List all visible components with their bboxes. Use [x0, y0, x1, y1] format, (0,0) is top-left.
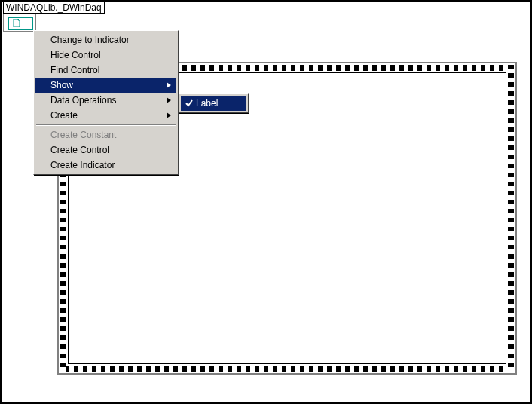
menu-item-label: Hide Control: [50, 50, 101, 60]
menu-item-label: Create Constant: [50, 130, 116, 140]
menu-item-create-control[interactable]: Create Control: [35, 142, 176, 158]
document-icon: [13, 19, 20, 27]
menu-item-change-to-indicator[interactable]: Change to Indicator: [35, 32, 176, 47]
diagram-canvas: WINDAQLib._DWinDaq Change to Indicator H…: [0, 0, 532, 404]
control-terminal[interactable]: [3, 14, 36, 32]
submenu-item-label[interactable]: Label: [181, 96, 246, 111]
menu-item-label: Find Control: [50, 65, 99, 75]
submenu-arrow-icon: [166, 78, 172, 93]
menu-item-label: Create Indicator: [50, 160, 115, 170]
menu-item-create-constant: Create Constant: [35, 127, 176, 142]
submenu-arrow-icon: [166, 108, 172, 123]
menu-item-label: Data Operations: [50, 95, 116, 106]
submenu-item-text: Label: [196, 98, 218, 109]
filmstrip-border: [508, 65, 514, 372]
menu-item-data-operations[interactable]: Data Operations: [35, 93, 176, 108]
menu-item-label: Show: [50, 80, 73, 90]
menu-item-create[interactable]: Create: [35, 108, 176, 123]
control-label[interactable]: WINDAQLib._DWinDaq: [3, 2, 105, 14]
menu-item-create-indicator[interactable]: Create Indicator: [35, 158, 176, 173]
menu-item-label: Create: [50, 110, 78, 121]
filmstrip-border: [60, 366, 514, 372]
menu-item-hide-control[interactable]: Hide Control: [35, 47, 176, 63]
menu-item-find-control[interactable]: Find Control: [35, 63, 176, 78]
context-menu: Change to Indicator Hide Control Find Co…: [33, 30, 179, 175]
submenu-show: Label: [179, 93, 249, 113]
check-icon: [184, 96, 194, 111]
menu-item-label: Change to Indicator: [50, 35, 130, 45]
submenu-arrow-icon: [166, 93, 172, 108]
menu-item-show[interactable]: Show: [35, 78, 176, 93]
menu-separator: [36, 124, 176, 126]
menu-item-label: Create Control: [50, 145, 109, 155]
control-terminal-frame: [8, 17, 33, 30]
